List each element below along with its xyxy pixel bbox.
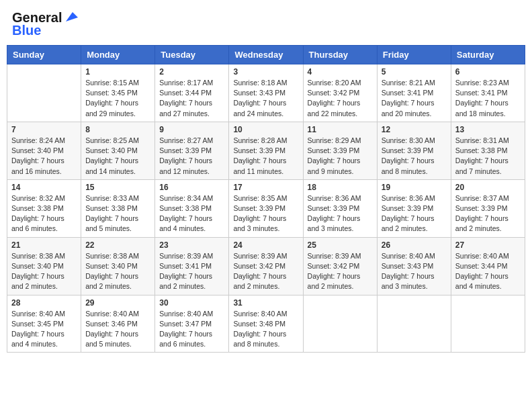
sunrise-text: Sunrise: 8:20 AM: [308, 79, 361, 87]
sunrise-text: Sunrise: 8:28 AM: [233, 136, 287, 144]
calendar-cell: 27 Sunrise: 8:40 AM Sunset: 3:44 PM Dayl…: [451, 237, 525, 295]
calendar-cell: 29 Sunrise: 8:40 AM Sunset: 3:46 PM Dayl…: [81, 295, 155, 353]
cell-content: Sunrise: 8:15 AM Sunset: 3:45 PM Dayligh…: [85, 78, 150, 119]
daylight-text: Daylight: 7 hours and 12 minutes.: [159, 156, 212, 175]
sunrise-text: Sunrise: 8:40 AM: [455, 252, 509, 260]
sunset-text: Sunset: 3:45 PM: [11, 320, 64, 328]
calendar-cell: 5 Sunrise: 8:21 AM Sunset: 3:41 PM Dayli…: [377, 64, 451, 122]
day-number: 18: [308, 183, 373, 192]
sunrise-text: Sunrise: 8:17 AM: [159, 79, 213, 87]
calendar-cell: [451, 295, 525, 353]
cell-content: Sunrise: 8:18 AM Sunset: 3:43 PM Dayligh…: [233, 78, 298, 119]
daylight-text: Daylight: 7 hours and 2 minutes.: [308, 272, 361, 290]
calendar-cell: 26 Sunrise: 8:40 AM Sunset: 3:43 PM Dayl…: [377, 237, 451, 295]
calendar-cell: 25 Sunrise: 8:39 AM Sunset: 3:42 PM Dayl…: [303, 237, 377, 295]
sunset-text: Sunset: 3:48 PM: [233, 320, 285, 328]
day-of-week-monday: Monday: [81, 46, 155, 64]
sunset-text: Sunset: 3:44 PM: [455, 262, 508, 270]
calendar-cell: [377, 295, 451, 353]
calendar-cell: 9 Sunrise: 8:27 AM Sunset: 3:39 PM Dayli…: [155, 122, 229, 179]
daylight-text: Daylight: 7 hours and 2 minutes.: [233, 272, 286, 290]
day-number: 6: [455, 67, 521, 77]
logo-blue: Blue: [12, 23, 78, 38]
calendar-cell: 16 Sunrise: 8:34 AM Sunset: 3:38 PM Dayl…: [155, 179, 229, 237]
sunset-text: Sunset: 3:41 PM: [159, 262, 212, 270]
cell-content: Sunrise: 8:38 AM Sunset: 3:40 PM Dayligh…: [85, 251, 150, 292]
calendar-cell: 3 Sunrise: 8:18 AM Sunset: 3:43 PM Dayli…: [229, 64, 303, 122]
daylight-text: Daylight: 7 hours and 7 minutes.: [455, 156, 508, 175]
sunset-text: Sunset: 3:39 PM: [308, 204, 360, 212]
sunset-text: Sunset: 3:42 PM: [308, 89, 360, 97]
daylight-text: Daylight: 7 hours and 3 minutes.: [233, 214, 286, 232]
calendar-cell: 19 Sunrise: 8:36 AM Sunset: 3:39 PM Dayl…: [377, 179, 451, 237]
day-number: 21: [11, 240, 77, 250]
daylight-text: Daylight: 7 hours and 2 minutes.: [382, 214, 435, 232]
sunset-text: Sunset: 3:43 PM: [233, 89, 285, 97]
cell-content: Sunrise: 8:38 AM Sunset: 3:40 PM Dayligh…: [11, 251, 77, 292]
daylight-text: Daylight: 7 hours and 6 minutes.: [159, 330, 212, 348]
sunrise-text: Sunrise: 8:32 AM: [11, 194, 65, 202]
cell-content: Sunrise: 8:39 AM Sunset: 3:42 PM Dayligh…: [308, 251, 373, 292]
daylight-text: Daylight: 7 hours and 6 minutes.: [11, 214, 64, 232]
day-number: 22: [85, 240, 150, 250]
day-number: 26: [382, 240, 447, 250]
sunset-text: Sunset: 3:39 PM: [233, 204, 285, 212]
sunset-text: Sunset: 3:40 PM: [11, 262, 64, 270]
day-number: 2: [159, 67, 224, 77]
daylight-text: Daylight: 7 hours and 3 minutes.: [382, 272, 435, 290]
sunrise-text: Sunrise: 8:38 AM: [11, 252, 65, 260]
sunrise-text: Sunrise: 8:23 AM: [455, 79, 509, 87]
day-number: 13: [455, 125, 521, 134]
sunrise-text: Sunrise: 8:35 AM: [233, 194, 287, 202]
cell-content: Sunrise: 8:27 AM Sunset: 3:39 PM Dayligh…: [159, 136, 224, 177]
logo-icon: [63, 9, 78, 24]
day-number: 29: [85, 298, 150, 308]
daylight-text: Daylight: 7 hours and 2 minutes.: [11, 272, 64, 290]
calendar-header-row: SundayMondayTuesdayWednesdayThursdayFrid…: [7, 46, 525, 64]
daylight-text: Daylight: 7 hours and 11 minutes.: [233, 156, 286, 175]
calendar-cell: 20 Sunrise: 8:37 AM Sunset: 3:39 PM Dayl…: [451, 179, 525, 237]
daylight-text: Daylight: 7 hours and 4 minutes.: [11, 330, 64, 348]
cell-content: Sunrise: 8:34 AM Sunset: 3:38 PM Dayligh…: [159, 193, 224, 234]
cell-content: Sunrise: 8:31 AM Sunset: 3:38 PM Dayligh…: [455, 136, 521, 177]
day-number: 14: [11, 183, 77, 192]
cell-content: Sunrise: 8:40 AM Sunset: 3:45 PM Dayligh…: [11, 309, 77, 350]
cell-content: Sunrise: 8:20 AM Sunset: 3:42 PM Dayligh…: [308, 78, 373, 119]
sunset-text: Sunset: 3:39 PM: [382, 204, 434, 212]
cell-content: Sunrise: 8:39 AM Sunset: 3:42 PM Dayligh…: [233, 251, 298, 292]
daylight-text: Daylight: 7 hours and 22 minutes.: [308, 99, 361, 117]
day-number: 30: [159, 298, 224, 308]
sunset-text: Sunset: 3:47 PM: [159, 320, 212, 328]
sunrise-text: Sunrise: 8:40 AM: [11, 310, 65, 318]
cell-content: Sunrise: 8:36 AM Sunset: 3:39 PM Dayligh…: [308, 193, 373, 234]
day-number: 24: [233, 240, 298, 250]
daylight-text: Daylight: 7 hours and 2 minutes.: [455, 214, 508, 232]
day-of-week-tuesday: Tuesday: [155, 46, 229, 64]
daylight-text: Daylight: 7 hours and 5 minutes.: [85, 214, 138, 232]
calendar-cell: 6 Sunrise: 8:23 AM Sunset: 3:41 PM Dayli…: [451, 64, 525, 122]
sunset-text: Sunset: 3:39 PM: [455, 204, 508, 212]
daylight-text: Daylight: 7 hours and 5 minutes.: [85, 330, 138, 348]
calendar-cell: [7, 64, 81, 122]
daylight-text: Daylight: 7 hours and 29 minutes.: [85, 99, 138, 117]
cell-content: Sunrise: 8:25 AM Sunset: 3:40 PM Dayligh…: [85, 136, 150, 177]
calendar-cell: [303, 295, 377, 353]
daylight-text: Daylight: 7 hours and 16 minutes.: [11, 156, 64, 175]
day-number: 12: [382, 125, 447, 134]
sunset-text: Sunset: 3:44 PM: [159, 89, 212, 97]
day-number: 10: [233, 125, 298, 134]
sunrise-text: Sunrise: 8:34 AM: [159, 194, 213, 202]
calendar-week-3: 14 Sunrise: 8:32 AM Sunset: 3:38 PM Dayl…: [7, 179, 525, 237]
sunset-text: Sunset: 3:41 PM: [382, 89, 434, 97]
daylight-text: Daylight: 7 hours and 4 minutes.: [455, 272, 508, 290]
sunset-text: Sunset: 3:40 PM: [11, 146, 64, 154]
daylight-text: Daylight: 7 hours and 20 minutes.: [382, 99, 435, 117]
sunrise-text: Sunrise: 8:21 AM: [382, 79, 435, 87]
sunrise-text: Sunrise: 8:30 AM: [382, 136, 435, 144]
day-number: 20: [455, 183, 521, 192]
day-number: 7: [11, 125, 77, 134]
sunrise-text: Sunrise: 8:40 AM: [85, 310, 139, 318]
daylight-text: Daylight: 7 hours and 4 minutes.: [159, 214, 212, 232]
sunset-text: Sunset: 3:39 PM: [308, 146, 360, 154]
sunset-text: Sunset: 3:40 PM: [85, 146, 138, 154]
